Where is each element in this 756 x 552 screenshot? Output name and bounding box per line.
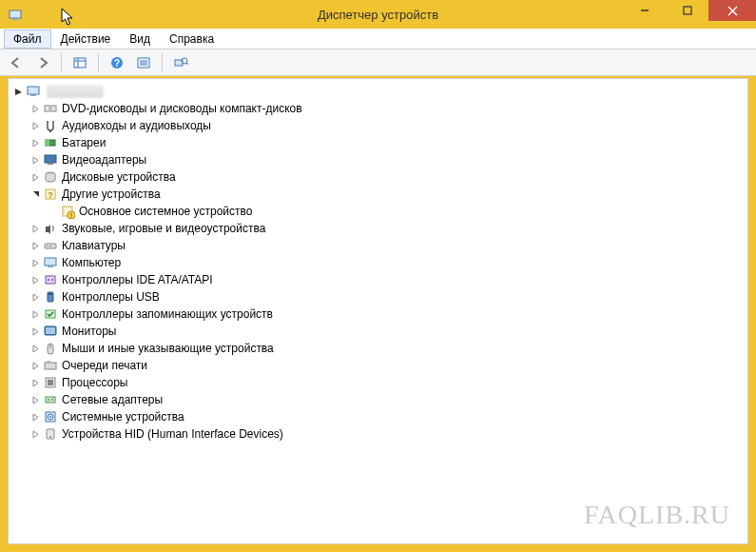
svg-point-21 [48, 107, 52, 110]
tree-node-label: Батареи [62, 136, 106, 149]
expand-icon[interactable] [29, 360, 41, 371]
tree-node[interactable]: Контроллеры запоминающих устройств [29, 306, 746, 323]
expand-icon[interactable] [29, 394, 41, 405]
window-title: Диспетчер устройств [318, 8, 438, 22]
tree-child-node[interactable]: !Основное системное устройство [47, 203, 746, 220]
show-hidden-button[interactable] [69, 52, 90, 73]
svg-point-52 [48, 399, 49, 401]
svg-rect-24 [46, 140, 49, 146]
toolbar-separator [162, 53, 163, 72]
device-category-icon [43, 306, 58, 322]
tree-node-label: Мониторы [62, 325, 116, 338]
svg-point-53 [51, 399, 53, 401]
device-category-icon [43, 375, 58, 390]
expand-icon[interactable] [29, 154, 41, 166]
svg-rect-51 [46, 397, 55, 403]
expand-icon[interactable] [29, 137, 41, 148]
svg-rect-38 [46, 276, 55, 284]
tree-node[interactable]: Контроллеры USB [29, 288, 746, 306]
tree-node[interactable]: Клавиатуры [29, 237, 746, 254]
svg-point-58 [49, 436, 51, 438]
tree-node[interactable]: ?Другие устройства [29, 186, 746, 203]
svg-rect-45 [46, 327, 55, 334]
tree-node[interactable]: Очереди печати [29, 357, 746, 374]
tree-node[interactable]: DVD-дисководы и дисководы компакт-дисков [29, 100, 746, 117]
expand-icon[interactable] [29, 257, 41, 268]
close-button[interactable] [708, 0, 756, 21]
tree-node-label: Звуковые, игровые и видеоустройства [62, 222, 265, 235]
device-category-icon [43, 238, 58, 253]
device-category-icon [43, 135, 58, 150]
expand-icon[interactable] [29, 274, 41, 286]
minimize-button[interactable] [623, 0, 666, 21]
svg-rect-1 [12, 18, 18, 20]
tree-node[interactable]: Контроллеры IDE ATA/ATAPI [29, 271, 746, 288]
svg-rect-25 [45, 155, 56, 163]
expand-icon[interactable] [29, 428, 41, 440]
collapse-icon[interactable] [29, 188, 41, 200]
tree-node[interactable]: Батареи [29, 134, 746, 151]
menu-action[interactable]: Действие [51, 30, 121, 49]
menubar: Файл Действие Вид Справка [0, 29, 756, 49]
expand-spacer [47, 206, 58, 217]
expand-icon[interactable] [29, 291, 41, 303]
tree-node[interactable]: Сетевые адаптеры [29, 391, 746, 408]
tree-node[interactable]: Звуковые, игровые и видеоустройства [29, 220, 746, 237]
tree-node[interactable]: Дисковые устройства [29, 168, 746, 186]
expand-icon[interactable] [29, 171, 41, 183]
menu-file[interactable]: Файл [4, 30, 51, 49]
tree-node[interactable]: Мыши и иные указывающие устройства [29, 340, 746, 357]
menu-help[interactable]: Справка [160, 30, 223, 49]
expand-icon[interactable] [29, 411, 41, 423]
device-category-icon [43, 392, 58, 407]
expand-icon[interactable] [29, 223, 41, 234]
tree-node-label: Основное системное устройство [79, 205, 252, 218]
tree-node[interactable]: Видеоадаптеры [29, 151, 746, 168]
scan-hardware-button[interactable] [170, 52, 191, 73]
tree-node[interactable]: Системные устройства [29, 408, 746, 425]
device-tree-panel[interactable]: DVD-дисководы и дисководы компакт-дисков… [8, 78, 748, 544]
tree-node-label: Контроллеры запоминающих устройств [62, 307, 273, 321]
expand-icon[interactable] [29, 325, 41, 337]
toolbar-separator [98, 53, 99, 72]
forward-button[interactable] [32, 52, 53, 73]
svg-rect-6 [74, 58, 86, 68]
window-controls [623, 0, 756, 21]
expand-icon[interactable] [29, 240, 41, 251]
svg-rect-26 [48, 163, 53, 165]
tree-node[interactable]: Процессоры [29, 374, 746, 391]
computer-icon [26, 84, 41, 99]
device-category-icon [43, 341, 58, 356]
maximize-button[interactable] [666, 0, 708, 21]
expand-icon[interactable] [29, 343, 41, 354]
tree-node[interactable]: Устройства HID (Human Interface Devices) [29, 425, 746, 443]
toolbar: ? [0, 49, 756, 76]
svg-line-17 [186, 63, 188, 65]
svg-rect-48 [47, 361, 50, 363]
collapse-icon[interactable] [12, 86, 24, 97]
properties-button[interactable] [133, 52, 154, 73]
tree-node[interactable]: Аудиовходы и аудиовыходы [29, 117, 746, 134]
svg-rect-34 [47, 246, 48, 246]
tree-node-label: Аудиовходы и аудиовыходы [62, 119, 211, 132]
tree-node[interactable]: Компьютер [29, 254, 746, 271]
svg-rect-18 [28, 87, 39, 94]
svg-rect-50 [48, 380, 53, 385]
tree-node-label: Сетевые адаптеры [62, 393, 163, 406]
tree-root-node[interactable] [12, 83, 746, 100]
tree-node-label: DVD-дисководы и дисководы компакт-дисков [62, 102, 302, 115]
titlebar[interactable]: Диспетчер устройств [0, 0, 756, 29]
back-button[interactable] [6, 52, 27, 73]
device-category-icon [43, 272, 58, 287]
expand-icon[interactable] [29, 308, 41, 320]
menu-view[interactable]: Вид [120, 30, 160, 49]
svg-rect-22 [49, 130, 51, 132]
expand-icon[interactable] [29, 377, 41, 388]
help-button[interactable]: ? [107, 52, 127, 73]
svg-rect-42 [48, 293, 52, 295]
device-tree: DVD-дисководы и дисководы компакт-дисков… [10, 83, 746, 443]
expand-icon[interactable] [29, 103, 41, 114]
expand-icon[interactable] [29, 120, 41, 131]
device-category-icon [43, 289, 58, 305]
tree-node[interactable]: Мониторы [29, 323, 746, 340]
